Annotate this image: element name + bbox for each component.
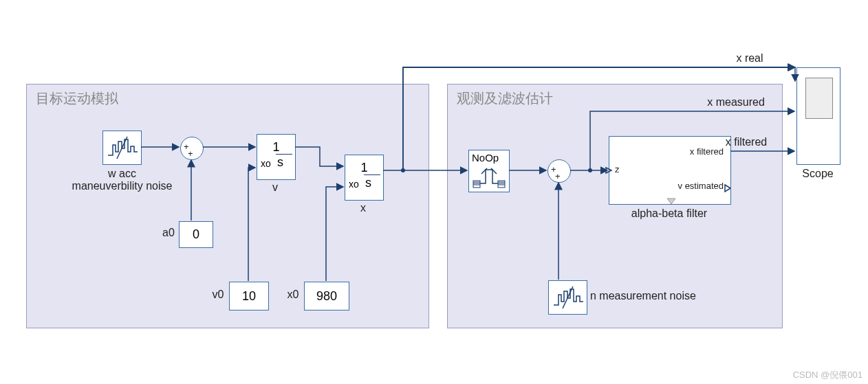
a0-value: 0 [193, 227, 199, 241]
label-a0: a0 [161, 227, 176, 239]
block-scope[interactable] [796, 67, 840, 165]
svg-line-0 [117, 137, 127, 159]
svg-marker-10 [725, 185, 730, 192]
label-int-x: x [358, 202, 368, 214]
label-int-v: v [270, 181, 280, 194]
block-acc-noise[interactable] [102, 131, 142, 165]
sum1-plus-bottom: + [188, 148, 193, 159]
block-x0[interactable]: 980 [304, 282, 349, 310]
area2-title: 观测及滤波估计 [457, 89, 553, 108]
label-x0: x0 [285, 289, 301, 301]
label-filter: alpha-beta filter [609, 207, 730, 220]
port-z: z [615, 164, 620, 174]
port-v-estimated: v estimated [678, 181, 724, 191]
int2-ic: xo [349, 179, 359, 190]
label-v0: v0 [210, 289, 226, 301]
int1-num: 1 [257, 140, 295, 155]
label-measurement-noise: n measurement noise [590, 290, 721, 302]
block-alpha-beta-filter[interactable]: z x filtered v estimated [609, 136, 731, 205]
label-x-real: x real [722, 52, 777, 65]
block-noop[interactable]: NoOp [468, 150, 510, 192]
int1-den: s [277, 155, 283, 170]
x0-value: 980 [316, 289, 337, 303]
block-integrator-v[interactable]: 1 s xo [257, 134, 296, 180]
svg-line-9 [563, 286, 573, 308]
watermark: CSDN @倪偎001 [793, 369, 862, 381]
label-x-measured: x measured [695, 96, 777, 109]
block-v0[interactable]: 10 [229, 282, 269, 310]
sum2-plus-bottom: + [555, 171, 561, 181]
block-a0[interactable]: 0 [179, 221, 213, 248]
block-integrator-x[interactable]: 1 s xo [345, 155, 384, 201]
label-acc-noise: w acc maneuverbility noise [62, 168, 182, 192]
int1-ic: xo [261, 158, 271, 169]
int2-num: 1 [345, 161, 383, 175]
svg-rect-1 [473, 181, 480, 188]
svg-marker-11 [667, 199, 675, 204]
label-scope: Scope [796, 168, 839, 180]
v0-value: 10 [242, 289, 256, 303]
block-measurement-noise[interactable] [548, 280, 587, 315]
label-x-filtered: x filtered [715, 136, 777, 148]
noop-text: NoOp [472, 152, 499, 163]
svg-rect-5 [498, 181, 505, 188]
area1-title: 目标运动模拟 [36, 89, 118, 108]
int2-den: s [365, 176, 371, 190]
subsystem-target-motion [26, 84, 429, 328]
